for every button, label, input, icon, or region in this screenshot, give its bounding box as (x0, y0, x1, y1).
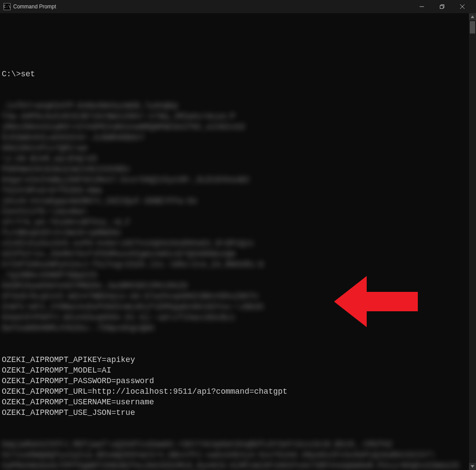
scrollbar[interactable] (469, 13, 476, 470)
env-var-line: OZEKI_AIPROMPT_USERNAME=username (2, 397, 467, 407)
terminal-line (2, 37, 467, 48)
blurred-env-block-2: bmpjwMakkChFFJ_MDfjwwT\uQ3A0TzxEmwKH.rOK… (2, 439, 467, 470)
blurred-line: sFrT7k_wA:7bibKtsBTXny_:W_F (2, 217, 467, 228)
chevron-down-icon (471, 465, 474, 468)
blurred-line: HA6RlOywG5mYe9ZYMNZ0o_JwzBMX5EC2M4JOkZG (2, 280, 467, 291)
scrollbar-up-button[interactable] (469, 13, 476, 20)
blurred-line: CwPRaVWobedcYPPfGgWDT2bNnB2feLZmX3S52MvG… (2, 460, 467, 470)
maximize-button[interactable] (432, 0, 452, 13)
blurred-env-block-1: .lxfKYraAqKSnFP:848eSNAXyzWO8_7ydnQKpT4w… (2, 101, 467, 333)
blurred-line: 6XwUn5YP6HTJ.WIunO3uqOG9v.Dl.bj::wU\cflh… (2, 312, 467, 323)
terminal-output[interactable]: C:\>set .lxfKYraAqKSnFP:848eSNAXyzWO8_7y… (0, 13, 469, 470)
blurred-line: _Yg1DBkL5SNDP78QqI2S (2, 270, 467, 280)
blurred-line: xIxDIJCy5oiSVS.oxPH:XvKe\i0CTn1AQVe34oD9… (2, 238, 467, 249)
prompt-line: C:\>set (2, 69, 467, 79)
blurred-line: bmpjwMakkChFFJ_MDfjwwT\uQ3A0TzxEmwKH.rOK… (2, 439, 467, 450)
env-var-line: OZEKI_AIPROMPT_USE_JSON=true (2, 407, 467, 418)
blurred-line: 84ga\V2eIVmByj99FOXlReV7:5vsrhHQZz5ynXR:… (2, 175, 467, 185)
blurred-line: T4w.AOPHL6oZvDtDJB7lKtNWs15DCr:n7Nq_JRIw… (2, 111, 467, 122)
app-icon: C:\ (4, 3, 11, 10)
blurred-line: h7I9f330seNPyhlUxJ:fSiTogrZ5ZH.lIs.\KRu\… (2, 259, 467, 270)
blurred-line: jR8x2NkA441qRd\t5YA9PEIoB2onwNRQNPWCGAIf… (2, 122, 467, 132)
chevron-up-icon (471, 15, 474, 18)
blurred-line: dT3o6rHLqXiV2.WZcV7NBUVpix:dA:G7w2hcqUON… (2, 291, 467, 302)
blurred-line: CUvChllfD:\imu4Kw\ (2, 206, 467, 217)
close-button[interactable] (452, 0, 472, 13)
env-var-line: OZEKI_AIPROMPT_PASSWORD=password (2, 376, 467, 386)
close-icon (460, 4, 465, 9)
minimize-icon (420, 4, 424, 9)
titlebar[interactable]: C:\ Command Prompt (0, 0, 476, 13)
blurred-line: ZnWTL\mF2_JY0Bw14uDsPX8dIvWL85jf1EM5gq0z… (2, 302, 467, 312)
blurred-line: PO0hWoCHt81NuZzWiVdC233VDEc (2, 164, 467, 175)
blurred-line: DwTAsWObHNMLVVbZ6u:.75NpvdAgcQWA (2, 323, 467, 333)
env-var-line: OZEKI_AIPROMPT_APIKEY=apikey (2, 354, 467, 365)
blurred-line: H0Ul0kCxPtz7QR1\we (2, 143, 467, 153)
blurred-line: j01xH:V4JaEgqo3mZBH7c_OdI2QuF.GDBEYFFw:O… (2, 196, 467, 206)
blurred-line: hC7vsd9WQ8QfyutpIia.B5vmQCE0YwCIrV_GBvlf… (2, 450, 467, 460)
env-var-line: OZEKI_AIPROMPT_URL=http://localhost:9511… (2, 386, 467, 397)
scrollbar-thumb[interactable] (470, 21, 475, 34)
blurred-line: \z:A0.BlkR_aq\EhQ\U5 (2, 153, 467, 164)
blurred-line: fLt9BsqhZG\Ct2Wz9rzpMW69n (2, 228, 467, 238)
blurred-line: UZ3fk2\nx_JGAMA76xfJFE0MuunHIgminmOi1E7Q… (2, 249, 467, 259)
blurred-line: OJSSWGnOILakOXZnSr.Jc8WR4KBdn7 (2, 132, 467, 143)
window-controls (412, 0, 472, 13)
svg-rect-0 (440, 6, 443, 9)
maximize-icon (440, 4, 444, 9)
blurred-line: TSo2t9PxGr87fbIE0:GWa (2, 185, 467, 196)
command-prompt-window: C:\ Command Prompt C:\>set .lxfKYraAqKSn… (0, 0, 476, 470)
scrollbar-down-button[interactable] (469, 463, 476, 470)
minimize-button[interactable] (412, 0, 432, 13)
blurred-line: .lxfKYraAqKSnFP:848eSNAXyzWO8_7ydnQKp (2, 101, 467, 111)
env-var-block: OZEKI_AIPROMPT_APIKEY=apikeyOZEKI_AIPROM… (2, 354, 467, 418)
env-var-line: OZEKI_AIPROMPT_MODEL=AI (2, 365, 467, 376)
window-title: Command Prompt (13, 4, 56, 10)
client-area: C:\>set .lxfKYraAqKSnFP:848eSNAXyzWO8_7y… (0, 13, 476, 470)
